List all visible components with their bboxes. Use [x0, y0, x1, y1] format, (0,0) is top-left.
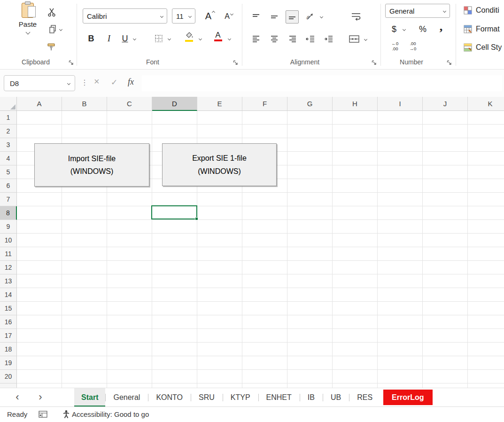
row-header-5[interactable]: 5	[0, 165, 17, 179]
bold-button[interactable]: B	[85, 31, 97, 46]
row-header-11[interactable]: 11	[0, 247, 17, 261]
prev-sheet-arrow[interactable]: ‹	[12, 391, 23, 403]
row-header-12[interactable]: 12	[0, 261, 17, 274]
row-header-7[interactable]: 7	[0, 193, 17, 206]
currency-chevron-icon[interactable]	[403, 28, 406, 31]
accessibility-checker-button[interactable]	[62, 410, 70, 420]
select-all-corner[interactable]	[0, 97, 17, 111]
copy-button[interactable]	[44, 23, 65, 36]
wrap-text-button[interactable]	[349, 10, 363, 23]
row-header-4[interactable]: 4	[0, 152, 17, 165]
column-header-j[interactable]: J	[423, 97, 468, 111]
row-header-17[interactable]: 17	[0, 329, 17, 343]
borders-button[interactable]	[153, 33, 164, 44]
row-header-9[interactable]: 9	[0, 220, 17, 234]
currency-format-button[interactable]: $	[389, 23, 399, 36]
formula-input[interactable]	[142, 75, 502, 91]
align-top-button[interactable]	[250, 11, 262, 23]
shrink-font-button[interactable]: A	[221, 9, 236, 23]
decrease-decimal-button[interactable]: .00 →0	[406, 40, 420, 53]
sheet-tab-errorlog[interactable]: ErrorLog	[383, 390, 432, 405]
font-color-button[interactable]: A	[212, 31, 224, 45]
sheet-tab-res[interactable]: RES	[349, 388, 380, 407]
row-header-15[interactable]: 15	[0, 302, 17, 315]
format-painter-button[interactable]	[44, 40, 58, 54]
comma-format-button[interactable]: ,	[436, 20, 446, 34]
clipboard-dialog-launcher[interactable]	[68, 59, 74, 68]
sheet-tab-konto[interactable]: KONTO	[148, 388, 191, 407]
merge-center-chevron-icon[interactable]	[364, 38, 367, 41]
row-header-2[interactable]: 2	[0, 125, 17, 138]
merge-center-button[interactable]	[348, 33, 361, 45]
row-header-16[interactable]: 16	[0, 315, 17, 329]
font-name-combo[interactable]: Calibri	[83, 8, 167, 23]
column-header-d[interactable]: D	[152, 97, 197, 111]
sheet-tab-start[interactable]: Start	[74, 388, 105, 407]
export-sie-button[interactable]: Export SIE 1-file (WINDOWS)	[162, 143, 277, 186]
sheet-tab-ub[interactable]: UB	[323, 388, 349, 407]
name-box[interactable]: D8	[4, 75, 75, 91]
row-header-18[interactable]: 18	[0, 343, 17, 356]
column-header-b[interactable]: B	[62, 97, 107, 111]
borders-chevron-icon[interactable]	[168, 37, 171, 40]
format-as-table-button[interactable]: Format	[463, 24, 500, 34]
sheet-tab-ib[interactable]: IB	[300, 388, 323, 407]
italic-button[interactable]: I	[103, 31, 115, 46]
more-options-icon[interactable]: ⋮	[81, 78, 88, 87]
column-header-a[interactable]: A	[17, 97, 62, 111]
sheet-tab-ktyp[interactable]: KTYP	[223, 388, 258, 407]
font-color-chevron-icon[interactable]	[228, 37, 231, 40]
row-header-20[interactable]: 20	[0, 370, 17, 383]
paste-button[interactable]: Paste	[15, 3, 40, 56]
enter-icon[interactable]: ✓	[111, 78, 117, 87]
row-header-10[interactable]: 10	[0, 234, 17, 247]
row-header-19[interactable]: 19	[0, 356, 17, 370]
import-sie-button[interactable]: Import SIE-file (WINDOWS)	[34, 143, 149, 187]
column-header-e[interactable]: E	[197, 97, 242, 111]
font-dialog-launcher[interactable]	[233, 59, 239, 68]
column-header-k[interactable]: K	[468, 97, 504, 111]
row-header-8[interactable]: 8	[0, 206, 17, 220]
row-header-partial[interactable]	[0, 383, 17, 388]
number-dialog-launcher[interactable]	[446, 59, 452, 68]
column-header-g[interactable]: G	[287, 97, 333, 111]
cut-button[interactable]	[45, 6, 58, 19]
row-header-13[interactable]: 13	[0, 274, 17, 288]
column-header-h[interactable]: H	[333, 97, 378, 111]
row-header-14[interactable]: 14	[0, 288, 17, 302]
orientation-button[interactable]: ab	[304, 10, 317, 23]
align-right-button[interactable]	[287, 33, 299, 45]
row-header-6[interactable]: 6	[0, 179, 17, 193]
column-header-c[interactable]: C	[107, 97, 152, 111]
column-header-i[interactable]: I	[378, 97, 423, 111]
underline-button[interactable]: U	[119, 31, 131, 46]
selected-cell-d8[interactable]	[151, 205, 197, 219]
column-header-f[interactable]: F	[242, 97, 287, 111]
percent-format-button[interactable]: %	[417, 23, 428, 36]
grow-font-button[interactable]: A	[202, 8, 217, 23]
cell-styles-button[interactable]: Cell Sty	[463, 43, 502, 52]
align-middle-button[interactable]	[268, 11, 280, 23]
sheet-tab-sru[interactable]: SRU	[191, 388, 223, 407]
next-sheet-arrow[interactable]: ›	[35, 391, 46, 403]
increase-indent-button[interactable]	[323, 33, 335, 45]
sheet-tab-enhet[interactable]: ENHET	[258, 388, 300, 407]
number-format-combo[interactable]: General	[385, 4, 450, 18]
cancel-icon[interactable]: ×	[94, 76, 100, 87]
align-bottom-button[interactable]	[286, 10, 299, 23]
align-center-button[interactable]	[268, 33, 280, 45]
fill-handle[interactable]	[195, 217, 198, 220]
row-header-3[interactable]: 3	[0, 138, 17, 152]
orientation-chevron-icon[interactable]	[320, 15, 323, 18]
alignment-dialog-launcher[interactable]	[371, 59, 377, 68]
sheet-tab-general[interactable]: General	[105, 388, 148, 407]
fill-color-chevron-icon[interactable]	[199, 37, 202, 40]
macro-record-button[interactable]	[39, 411, 48, 420]
fill-color-button[interactable]	[183, 31, 194, 45]
align-left-button[interactable]	[250, 33, 262, 45]
increase-decimal-button[interactable]: ←0 .00	[388, 40, 402, 53]
font-size-combo[interactable]: 11	[172, 8, 195, 23]
underline-chevron-icon[interactable]	[133, 37, 136, 40]
insert-function-button[interactable]: fx	[128, 77, 134, 87]
conditional-formatting-button[interactable]: Conditi	[463, 6, 499, 15]
